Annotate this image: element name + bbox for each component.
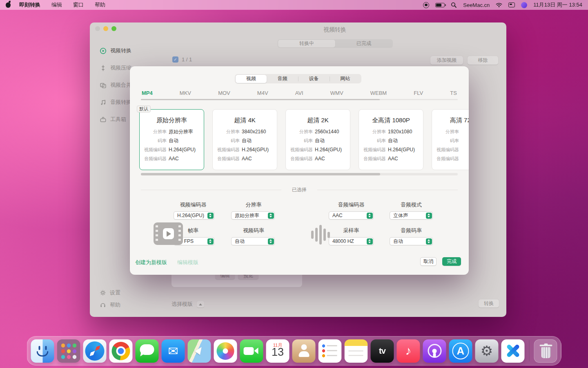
preset-scrollbar[interactable]: [141, 173, 458, 175]
sidebar-item-video-convert[interactable]: 视频转换: [100, 47, 131, 55]
desktop: 即刻转换 编辑 窗口 帮助 SeeMac.cn 11月13日 周一 13:54: [0, 0, 588, 368]
menu-edit[interactable]: 编辑: [51, 1, 62, 9]
podcasts-rings: [428, 344, 441, 358]
status-circle-icon[interactable]: [423, 2, 429, 8]
tab-converting[interactable]: 转换中: [278, 40, 335, 47]
close-window-button[interactable]: [95, 26, 100, 31]
create-template-link[interactable]: 创建为新模版: [135, 259, 167, 266]
format-mkv[interactable]: MKV: [179, 90, 192, 96]
preset-card-original[interactable]: 默认 原始分辨率 分辨率原始分辨率 码率自动 视频编码器H.264(GPU) 音…: [139, 109, 204, 170]
menubar-app-name[interactable]: 即刻转换: [19, 1, 40, 9]
calendar-day: 13: [266, 346, 290, 359]
dock-chrome-icon[interactable]: [109, 339, 133, 363]
play-circle-icon: [100, 47, 107, 54]
dock-video-converter-icon[interactable]: [501, 339, 525, 363]
minimize-window-button[interactable]: [103, 26, 108, 31]
video-bitrate-select[interactable]: 自动: [231, 237, 275, 245]
wifi-icon[interactable]: [496, 2, 502, 7]
dock-photos-icon[interactable]: [214, 339, 237, 363]
selected-title: 已选择: [292, 186, 307, 193]
menu-help[interactable]: 帮助: [95, 1, 105, 9]
dock-notes-icon[interactable]: [345, 339, 368, 363]
row-label: 码率: [432, 138, 459, 144]
spotlight-icon[interactable]: [451, 2, 457, 8]
row-label: 码率: [359, 138, 386, 144]
edit-template-link[interactable]: 编辑模版: [177, 259, 198, 266]
trash-body: [541, 347, 551, 358]
format-scrollbar[interactable]: [141, 99, 458, 100]
sidebar-item-help[interactable]: 帮助: [100, 301, 120, 309]
dock-appletv-icon[interactable]: tv: [371, 339, 394, 363]
preset-card-1080p[interactable]: 全高清 1080P 分辨率1920x1080 码率自动 视频编码器H.264(G…: [359, 109, 423, 170]
dock-facetime-icon[interactable]: [240, 339, 263, 363]
dock-reminders-icon[interactable]: [318, 339, 342, 363]
dock-podcasts-icon[interactable]: [423, 339, 446, 363]
format-mov[interactable]: MOV: [217, 90, 231, 96]
tab-video[interactable]: 视频: [236, 75, 267, 83]
audio-encoder-select[interactable]: AAC: [329, 211, 374, 220]
tab-website[interactable]: 网站: [330, 75, 361, 83]
battery-icon[interactable]: [435, 3, 445, 7]
dock-messages-icon[interactable]: [136, 339, 159, 363]
sidebar-item-video-compress[interactable]: 视频压缩: [100, 64, 131, 72]
format-ts[interactable]: TS: [449, 90, 458, 96]
select-all-checkbox[interactable]: [172, 56, 178, 63]
music-note-glyph: ♪: [397, 339, 420, 363]
audio-mode-select[interactable]: 立体声: [390, 211, 433, 220]
menubar: 即刻转换 编辑 窗口 帮助 SeeMac.cn 11月13日 周一 13:54: [0, 0, 588, 10]
resolution-select[interactable]: 原始分辨率: [231, 211, 275, 220]
remove-button[interactable]: 移除: [468, 56, 498, 65]
done-button[interactable]: 完成: [442, 257, 461, 266]
preset-card-2k[interactable]: 超清 2K 分辨率2560x1440 码率自动 视频编码器H.264(GPU) …: [285, 109, 350, 170]
chevron-up-icon[interactable]: [197, 301, 204, 307]
sidebar-item-toolbox[interactable]: 工具箱: [100, 115, 126, 123]
menu-window[interactable]: 窗口: [73, 1, 84, 9]
add-video-button[interactable]: 添加视频: [430, 56, 463, 65]
sidebar-item-audio-convert[interactable]: 音频转换: [100, 98, 131, 106]
dock-contacts-icon[interactable]: [292, 339, 316, 363]
default-badge: 默认: [137, 105, 151, 112]
row-value: AAC: [242, 156, 252, 162]
audio-encoder-value: AAC: [332, 213, 366, 218]
cancel-button[interactable]: 取消: [420, 257, 437, 266]
dock-finder-icon[interactable]: [31, 339, 54, 363]
apple-menu-icon[interactable]: [6, 2, 11, 8]
dock-maps-icon[interactable]: [188, 339, 211, 363]
dock-appstore-icon[interactable]: A: [449, 339, 472, 363]
format-mp4[interactable]: MP4: [141, 90, 154, 96]
format-webm[interactable]: WEBM: [370, 90, 388, 96]
format-avi[interactable]: AVI: [294, 90, 304, 96]
dock-system-preferences-icon[interactable]: ⚙: [475, 339, 499, 363]
menubar-left: 即刻转换 编辑 窗口 帮助: [6, 1, 105, 9]
convert-button[interactable]: 转换: [479, 299, 499, 307]
row-value: AAC: [388, 156, 398, 162]
format-wmv[interactable]: WMV: [330, 90, 344, 96]
dock-safari-icon[interactable]: [83, 339, 107, 363]
format-flv[interactable]: FLV: [413, 90, 424, 96]
status-menu-label[interactable]: SeeMac.cn: [463, 2, 490, 8]
zoom-window-button[interactable]: [111, 26, 116, 31]
menubar-clock[interactable]: 11月13日 周一 13:54: [533, 1, 582, 9]
navigation-arrow-icon: [195, 345, 204, 355]
dock-calendar-icon[interactable]: 11月 13: [266, 339, 290, 363]
sample-rate-select[interactable]: 48000 HZ: [329, 237, 374, 245]
input-source-icon[interactable]: [508, 2, 515, 7]
video-encoder-select[interactable]: H.264(GPU): [174, 211, 214, 220]
tab-completed[interactable]: 已完成: [335, 40, 392, 47]
preset-card-720p[interactable]: 高清 720P 分辨率 码率 视频编码器 音频编码器: [432, 109, 469, 170]
dock-trash-icon[interactable]: [534, 339, 557, 363]
tab-device[interactable]: 设备: [298, 75, 330, 83]
preset-title: 全高清 1080P: [359, 117, 423, 124]
dock-music-icon[interactable]: ♪: [397, 339, 420, 363]
preset-card-4k[interactable]: 超清 4K 分辨率3840x2160 码率自动 视频编码器H.264(GPU) …: [212, 109, 277, 170]
menubar-app-icon[interactable]: [521, 2, 527, 8]
format-m4v[interactable]: M4V: [256, 90, 269, 96]
tab-audio[interactable]: 音频: [267, 75, 298, 83]
dock-launchpad-icon[interactable]: [57, 339, 80, 363]
row-label: 视频编码器: [140, 147, 167, 153]
stepper-icon: [207, 238, 214, 245]
audio-bitrate-select[interactable]: 自动: [390, 237, 433, 245]
sidebar-item-settings[interactable]: 设置: [100, 289, 120, 296]
sidebar-item-video-merge[interactable]: 视频合并: [100, 81, 131, 89]
dock-mail-icon[interactable]: ✉: [162, 339, 185, 363]
